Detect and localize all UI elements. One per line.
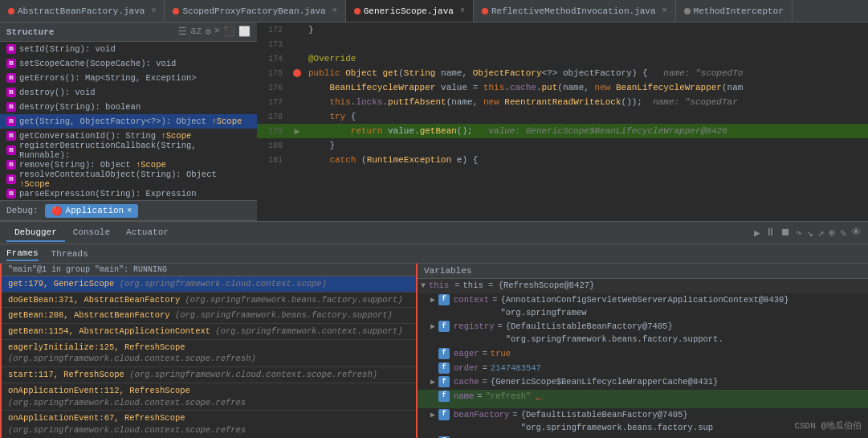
line-number: 176: [257, 84, 289, 92]
tab-close-2[interactable]: ×: [332, 6, 337, 15]
method-icon: m: [6, 131, 16, 141]
var-item-name-refresh[interactable]: ▶ f name = "refresh" ←: [418, 390, 868, 408]
code-content: try {: [305, 112, 868, 121]
tab-actuator[interactable]: Actuator: [118, 224, 177, 242]
tab-close-3[interactable]: ×: [460, 6, 465, 15]
line-number: 179: [257, 127, 289, 136]
current-line-arrow: ▶: [294, 125, 300, 137]
equals-sign: =: [454, 280, 459, 293]
expand-arrow[interactable]: ▶: [430, 321, 435, 333]
alpha-icon[interactable]: az: [190, 26, 202, 38]
call-stack-item[interactable]: getBean:1154, AbstractApplicationContext…: [2, 324, 416, 340]
code-area[interactable]: 172 } 173 174 @Override 175: [257, 23, 868, 221]
debug-tab-close[interactable]: ×: [127, 207, 132, 215]
var-item-context[interactable]: ▶ f context = {AnnotationConfigServletWe…: [418, 293, 868, 321]
var-value: true: [491, 348, 511, 361]
step-out-icon[interactable]: ↗: [818, 227, 825, 239]
variables-panel: Variables ▼ this = this = {RefreshScope@…: [418, 264, 868, 438]
sort-icon[interactable]: ☰: [178, 26, 187, 38]
pause-icon[interactable]: ⏸: [765, 227, 776, 239]
var-name: cache: [454, 376, 479, 389]
var-item-eager[interactable]: ▶ f eager = true: [418, 347, 868, 362]
tab-abstract-bean-factory[interactable]: AbstractBeanFactory.java ×: [0, 0, 165, 22]
run-to-cursor-icon[interactable]: ⊕: [829, 227, 835, 239]
list-item[interactable]: m destroy(): void: [0, 85, 257, 100]
var-name: eager: [454, 348, 479, 361]
gear-icon[interactable]: ⚙: [206, 26, 211, 38]
debugger-toolbar: Debugger Console Actuator ▶ ⏸ ⏹ ↷ ↘ ↗ ⊕ …: [0, 222, 868, 244]
tab-method-interceptor[interactable]: MethodInterceptor: [676, 0, 793, 22]
list-item[interactable]: m registerDestructionCallback(String, Ru…: [0, 143, 257, 158]
call-stack-item[interactable]: onApplicationEvent:67, RefreshScope (org…: [2, 411, 416, 438]
list-item[interactable]: m setId(String): void: [0, 42, 257, 56]
expand-icon[interactable]: ⬛: [223, 26, 235, 38]
equals-sign: =: [492, 294, 497, 307]
resume-icon[interactable]: ▶: [754, 227, 760, 239]
var-value: {DefaultListableBeanFactory@7405} "org.s…: [506, 321, 865, 346]
var-item-evalctx[interactable]: ▶ f evaluationContext = null: [418, 436, 868, 439]
tab-reflective-method[interactable]: ReflectiveMethodInvocation.java ×: [474, 0, 676, 22]
tab-threads[interactable]: Threads: [51, 248, 88, 260]
item-text: resolveContextualObject(String): Object …: [19, 170, 251, 189]
method-icon: m: [6, 189, 16, 199]
tab-close-1[interactable]: ×: [151, 6, 156, 15]
tab-debugger[interactable]: Debugger: [6, 224, 65, 242]
call-stack-item[interactable]: eagerlyInitialize:125, RefreshScope (org…: [2, 340, 416, 367]
var-item-registry[interactable]: ▶ f registry = {DefaultListableBeanFacto…: [418, 320, 868, 347]
package-name: (org.springframework.cloud.context.scope…: [8, 398, 246, 407]
method-icon: m: [6, 88, 16, 97]
equals-sign: =: [477, 391, 482, 403]
field-icon: f: [438, 409, 450, 420]
watch-icon[interactable]: 👁: [851, 227, 862, 239]
collapse-icon[interactable]: ⬜: [238, 26, 251, 38]
tab-scoped-proxy[interactable]: ScopedProxyFactoryBean.java ×: [165, 0, 345, 22]
method-icon: m: [6, 145, 16, 155]
list-item[interactable]: m destroy(String): boolean: [0, 100, 257, 114]
call-stack-item[interactable]: doGetBean:371, AbstractBeanFactory (org.…: [2, 293, 416, 309]
expand-arrow[interactable]: ▶: [430, 294, 435, 306]
tab-generic-scope[interactable]: GenericScope.java ×: [346, 0, 474, 22]
code-line-178: 178 try {: [257, 109, 868, 124]
tab-console[interactable]: Console: [65, 224, 118, 242]
expand-arrow[interactable]: ▶: [430, 409, 435, 421]
list-item[interactable]: m setScopeCache(ScopeCache): void: [0, 56, 257, 71]
expand-arrow[interactable]: ▶: [430, 376, 435, 388]
list-item[interactable]: m getErrors(): Map<String, Exception>: [0, 71, 257, 85]
var-item-order[interactable]: ▶ f order = 2147483547: [418, 362, 868, 376]
call-stack-item[interactable]: getBean:208, AbstractBeanFactory (org.sp…: [2, 308, 416, 324]
close-icon[interactable]: ×: [214, 26, 220, 38]
var-root[interactable]: ▼ this = this = {RefreshScope@8427}: [418, 279, 868, 293]
package-name: (org.springframework.cloud.context.scope…: [8, 354, 256, 363]
var-value: {GenericScope$BeanLifecycleWrapperCache@…: [491, 376, 719, 389]
tab-frames[interactable]: Frames: [6, 247, 39, 261]
breakpoint[interactable]: [293, 69, 301, 77]
package-name: (org.springframework.beans.factory.suppo…: [185, 295, 403, 305]
code-line-181: 181 catch (RuntimeException e) {: [257, 153, 868, 167]
step-over-icon[interactable]: ↷: [796, 227, 802, 239]
var-item-cache[interactable]: ▶ f cache = {GenericScope$BeanLifecycleW…: [418, 375, 868, 390]
call-stack-item-selected[interactable]: get:179, GenericScope (org.springframewo…: [2, 276, 416, 293]
equals-sign: =: [497, 321, 502, 334]
field-icon: f: [438, 294, 450, 305]
tab-label: AbstractBeanFactory.java: [18, 6, 145, 16]
code-content: this.locks.putIfAbsent(name, new Reentra…: [305, 97, 868, 107]
list-item[interactable]: m resolveContextualObject(String): Objec…: [0, 172, 257, 186]
tab-label: GenericScope.java: [364, 6, 454, 16]
var-name: context: [454, 294, 489, 307]
item-text: destroy(): void: [19, 88, 96, 97]
evaluate-icon[interactable]: ✎: [840, 227, 846, 239]
debug-application-tab[interactable]: 🔴 Application ×: [45, 204, 139, 218]
call-stack-item[interactable]: start:117, RefreshScope (org.springframe…: [2, 367, 416, 383]
item-text: registerDestructionCallback(String, Runn…: [19, 141, 251, 160]
call-stack-item[interactable]: onApplicationEvent:112, RefreshScope (or…: [2, 383, 416, 411]
structure-panel: Structure ☰ az ⚙ × ⬛ ⬜ m setId(String): …: [0, 23, 257, 221]
code-content: }: [305, 25, 868, 35]
stop-icon[interactable]: ⏹: [780, 227, 791, 239]
tab-close-4[interactable]: ×: [662, 6, 667, 15]
code-editor: 172 } 173 174 @Override 175: [257, 23, 868, 221]
step-into-icon[interactable]: ↘: [807, 227, 813, 239]
code-content: @Override: [305, 54, 868, 63]
list-item-selected[interactable]: m get(String, ObjectFactory<?>): Object …: [0, 114, 257, 129]
expand-arrow[interactable]: ▼: [421, 280, 426, 292]
frames-threads-bar: Frames Threads: [0, 244, 868, 264]
